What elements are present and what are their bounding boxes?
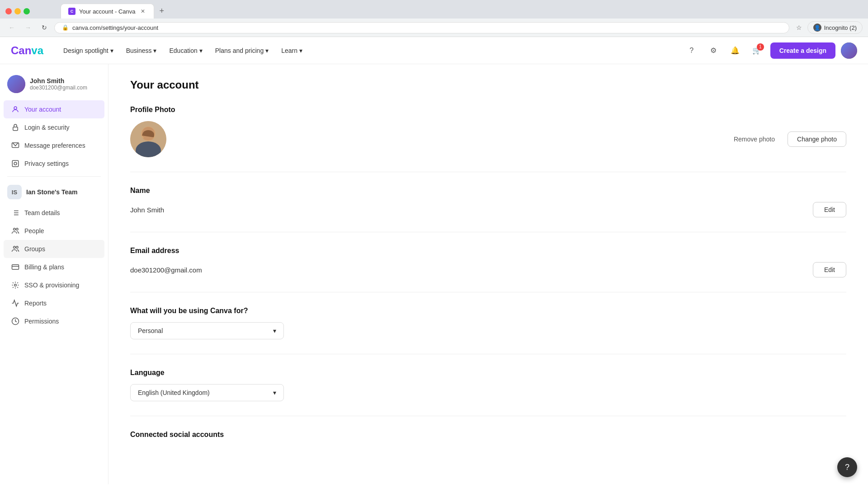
forward-btn[interactable]: → [22, 21, 34, 34]
maximize-window-btn[interactable] [24, 8, 30, 14]
nav-education[interactable]: Education ▾ [164, 43, 208, 58]
app-container: Canva Design spotlight ▾ Business ▾ Educ… [0, 37, 868, 484]
sidebar-item-label-people: People [24, 227, 44, 235]
main-content: Your account Profile Photo [108, 64, 868, 484]
profile-photo-area: Remove photo Change photo [130, 121, 846, 157]
sso-icon [11, 281, 20, 290]
browser-chrome: C Your account - Canva ✕ + ← → ↻ 🔒 canva… [0, 0, 868, 37]
profile-photo-section: Profile Photo Rem [130, 106, 846, 172]
nav-plans-arrow: ▾ [265, 47, 269, 54]
sidebar-item-sso-provisioning[interactable]: SSO & provisioning [4, 276, 104, 294]
toolbar-actions: ☆ 👤 Incognito (2) [793, 21, 863, 34]
svg-point-12 [14, 246, 16, 249]
sidebar-item-login-security[interactable]: Login & security [4, 118, 104, 136]
cart-btn[interactable]: 🛒 1 [749, 42, 765, 59]
email-label: Email address [130, 247, 846, 255]
notifications-btn[interactable]: 🔔 [727, 42, 743, 59]
sidebar-team-header: IS Ian Stone's Team [0, 180, 108, 204]
nav-education-arrow: ▾ [199, 47, 203, 54]
bookmark-btn[interactable]: ☆ [793, 21, 806, 34]
reports-icon [11, 299, 20, 308]
sidebar-item-privacy-settings[interactable]: Privacy settings [4, 155, 104, 173]
language-selected: English (United Kingdom) [138, 389, 210, 396]
create-design-btn[interactable]: Create a design [770, 42, 835, 59]
profile-photo-label: Profile Photo [130, 106, 846, 114]
billing-icon [11, 263, 20, 272]
incognito-icon: 👤 [813, 23, 821, 32]
close-window-btn[interactable] [5, 8, 12, 14]
people-icon [11, 226, 20, 235]
tab-close-btn[interactable]: ✕ [139, 8, 146, 15]
canva-use-label: What will you be using Canva for? [130, 307, 846, 315]
settings-nav-btn[interactable]: ⚙ [705, 42, 722, 59]
svg-rect-2 [12, 160, 19, 167]
sidebar-item-team-details[interactable]: Team details [4, 204, 104, 222]
window-controls [5, 8, 30, 14]
account-icon [11, 105, 20, 114]
nav-right: ? ⚙ 🔔 🛒 1 Create a design [684, 42, 857, 59]
language-dropdown[interactable]: English (United Kingdom) ▾ [130, 384, 284, 401]
sidebar-item-your-account[interactable]: Your account [4, 100, 104, 118]
name-edit-btn[interactable]: Edit [813, 202, 846, 217]
nav-business[interactable]: Business ▾ [121, 43, 162, 58]
sidebar-item-reports[interactable]: Reports [4, 294, 104, 312]
email-section: Email address doe301200@gmail.com Edit [130, 247, 846, 292]
minimize-window-btn[interactable] [14, 8, 21, 14]
tab-bar: C Your account - Canva ✕ + [33, 4, 197, 19]
message-icon [11, 141, 20, 150]
help-icon: ? [689, 47, 693, 55]
nav-plans-pricing[interactable]: Plans and pricing ▾ [210, 43, 274, 58]
incognito-btn[interactable]: 👤 Incognito (2) [807, 21, 863, 34]
user-avatar[interactable] [841, 42, 857, 59]
help-fab-btn[interactable]: ? [837, 457, 857, 477]
change-photo-btn[interactable]: Change photo [788, 131, 846, 147]
svg-point-11 [16, 228, 19, 230]
email-field-row: doe301200@gmail.com Edit [130, 262, 846, 277]
app-nav: Canva Design spotlight ▾ Business ▾ Educ… [0, 37, 868, 64]
nav-education-label: Education [169, 47, 197, 54]
back-btn[interactable]: ← [5, 21, 18, 34]
email-value: doe301200@gmail.com [130, 266, 202, 274]
sidebar: John Smith doe301200@gmail.com Your acco… [0, 64, 108, 484]
sidebar-item-label-sso-provisioning: SSO & provisioning [24, 282, 79, 289]
name-section: Name John Smith Edit [130, 187, 846, 232]
sidebar-user-email: doe301200@gmail.com [30, 84, 87, 91]
svg-point-0 [14, 107, 17, 109]
svg-point-13 [16, 246, 19, 249]
sidebar-item-people[interactable]: People [4, 222, 104, 240]
incognito-label: Incognito (2) [824, 24, 857, 31]
sidebar-item-billing-plans[interactable]: Billing & plans [4, 258, 104, 276]
nav-items: Design spotlight ▾ Business ▾ Education … [58, 43, 684, 58]
sidebar-item-label-message-preferences: Message preferences [24, 142, 85, 149]
tab-title: Your account - Canva [79, 8, 136, 15]
active-tab[interactable]: C Your account - Canva ✕ [61, 4, 154, 19]
nav-design-spotlight[interactable]: Design spotlight ▾ [58, 43, 119, 58]
team-avatar: IS [7, 185, 22, 199]
sidebar-item-groups[interactable]: Groups [4, 240, 104, 258]
nav-learn[interactable]: Learn ▾ [276, 43, 308, 58]
sidebar-item-message-preferences[interactable]: Message preferences [4, 136, 104, 155]
nav-design-spotlight-arrow: ▾ [110, 47, 113, 54]
email-edit-btn[interactable]: Edit [813, 262, 846, 277]
canva-use-dropdown[interactable]: Personal ▾ [130, 322, 284, 339]
language-label: Language [130, 369, 846, 377]
help-nav-btn[interactable]: ? [684, 42, 700, 59]
social-accounts-label: Connected social accounts [130, 431, 846, 439]
address-bar[interactable]: 🔒 canva.com/settings/your-account [54, 22, 789, 33]
team-details-icon [11, 208, 20, 217]
svg-rect-14 [12, 265, 19, 270]
remove-photo-btn[interactable]: Remove photo [726, 132, 782, 146]
reload-btn[interactable]: ↻ [38, 21, 51, 34]
lock-icon [11, 123, 20, 132]
page-title: Your account [130, 79, 846, 91]
sidebar-item-label-login-security: Login & security [24, 124, 70, 131]
sidebar-item-label-groups: Groups [24, 245, 45, 253]
new-tab-btn[interactable]: + [154, 4, 170, 19]
logo-text: Canva [11, 44, 43, 57]
sidebar-user-info: John Smith doe301200@gmail.com [0, 71, 108, 100]
canva-logo[interactable]: Canva [11, 44, 43, 57]
sidebar-item-permissions[interactable]: Permissions [4, 312, 104, 330]
svg-point-16 [14, 284, 17, 286]
language-chevron-icon: ▾ [273, 389, 276, 396]
canva-use-section: What will you be using Canva for? Person… [130, 307, 846, 354]
